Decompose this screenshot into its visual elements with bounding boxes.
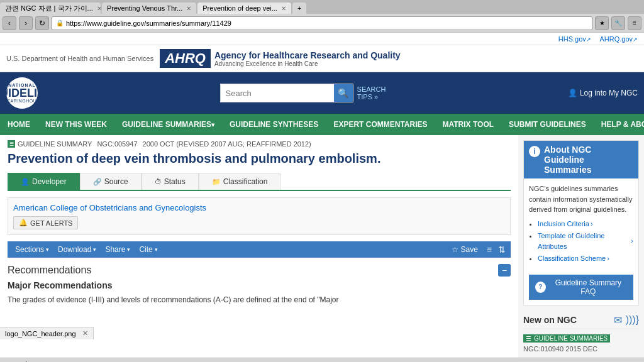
faq-icon: ? [535,282,546,293]
sidebar-links-list: Inclusion Criteria Template of Guideline… [529,219,633,264]
user-icon: 👤 [568,89,577,97]
inclusion-criteria-link[interactable]: Inclusion Criteria [538,219,633,229]
content-area: ☰ GUIDELINE SUMMARY NGC:005947 2000 OCT … [0,135,518,358]
collapse-button[interactable]: − [498,264,511,277]
browser-tab-3[interactable]: Prevention of deep vei... ✕ [197,3,291,14]
browser-chrome: 관련 NGC 자료 | 국가 가이... ✕ Preventing Venous… [0,0,644,33]
breadcrumb-type: GUIDELINE SUMMARY [18,140,92,148]
new-ngc-id: NGC:010940 2015 DEC [523,345,639,353]
new-ngc-title: New on NGC [523,315,577,325]
download-filename: logo_NGC_header.png [5,330,76,337]
sections-button[interactable]: Sections [13,244,52,255]
hhs-label: U.S. Department of Health and Human Serv… [6,55,153,62]
new-ngc-icons: ✉ )))} [614,314,639,326]
hhs-link[interactable]: HHS.gov [558,35,591,43]
tab-status[interactable]: ⏱ Status [142,173,199,190]
browser-tab-1[interactable]: 관련 NGC 자료 | 국가 가이... ✕ [0,3,101,14]
status-bar: www.ahrq.gov [0,358,644,363]
nav-expert-commentaries[interactable]: EXPERT COMMENTARIES [326,114,435,135]
status-icon: ⏱ [155,178,162,185]
nav-bar: HOME NEW THIS WEEK GUIDELINE SUMMARIES G… [0,114,644,135]
email-icon[interactable]: ✉ [614,314,622,326]
new-tab-button[interactable]: + [292,3,306,14]
secure-icon: 🔒 [56,19,64,26]
bookmark-button[interactable]: ★ [595,16,609,30]
download-button[interactable]: Download [55,244,99,255]
share-button[interactable]: Share [103,244,133,255]
nav-guideline-syntheses[interactable]: GUIDELINE SYNTHESES [222,114,326,135]
back-button[interactable]: ‹ [3,16,16,30]
ahrq-link[interactable]: AHRQ.gov [599,35,638,43]
tab-classification[interactable]: 📁 Classification [199,173,281,190]
breadcrumb: ☰ GUIDELINE SUMMARY NGC:005947 2000 OCT … [8,140,511,148]
tab-close-1[interactable]: ✕ [97,5,101,12]
cite-button[interactable]: Cite [136,244,160,255]
agency-name: Agency for Healthcare Research and Quali… [214,50,401,60]
tab-label-2: Preventing Venous Thr... [107,4,182,12]
developer-icon: 👤 [21,178,30,186]
ngc-summaries-card: i About NGC Guideline Summaries NGC's gu… [523,140,639,305]
page-content: HHS.gov AHRQ.gov U.S. Department of Heal… [0,33,644,358]
nav-submit-guidelines[interactable]: SUBMIT GUIDELINES [501,114,594,135]
ngc-logo: NATIONAL GUIDELINE CLEARINGHOUSE [6,77,38,109]
nav-help-about[interactable]: HELP & ABOUT [594,114,644,135]
tab-source[interactable]: 🔗 Source [80,173,142,190]
search-input[interactable] [221,84,334,102]
new-on-ngc: New on NGC ✉ )))} ☰ GUIDELINE SUMMARIES … [523,312,639,353]
recommendations-header: Recommendations − [8,264,511,277]
star-icon: ☆ [452,245,458,254]
forward-button[interactable]: › [19,16,33,30]
filter-icon[interactable]: ⇅ [498,244,506,255]
browser-tabs: 관련 NGC 자료 | 국가 가이... ✕ Preventing Venous… [0,0,644,14]
extensions-button[interactable]: 🔧 [611,16,625,30]
download-pill: logo_NGC_header.png ✕ [0,327,94,339]
ahrq-logo: AHRQ [160,49,211,68]
sidebar: i About NGC Guideline Summaries NGC's gu… [518,135,644,358]
tab-bar: 👤 Developer 🔗 Source ⏱ Status 📁 Classifi… [8,173,511,191]
page-title: Prevention of deep vein thrombosis and p… [8,150,511,167]
developer-org-link[interactable]: American College of Obstetricians and Gy… [13,203,505,212]
nav-matrix-tool[interactable]: MATRIX TOOL [435,114,502,135]
browser-nav-bar: ‹ › ↻ 🔒 https://www.guideline.gov/summar… [0,14,644,33]
ngc-clearinghouse-text: CLEARINGHOUSE [6,99,38,103]
get-alerts-button[interactable]: 🔔 GET ALERTS [13,216,78,229]
breadcrumb-icon: ☰ [8,140,15,148]
breadcrumb-date: 2000 OCT (REVISED 2007 AUG; REAFFIRMED 2… [143,140,311,148]
address-bar[interactable]: 🔒 https://www.guideline.gov/summaries/su… [52,16,592,30]
source-icon: 🔗 [93,178,102,186]
info-icon: i [529,146,540,157]
template-link[interactable]: Template of Guideline Attributes [538,231,633,251]
sidebar-card-header: i About NGC Guideline Summaries [524,141,638,178]
ngc-logo-icon: NATIONAL GUIDELINE CLEARINGHOUSE [6,77,38,109]
sidebar-card-body: NGC's guidelines summaries contain infor… [524,178,638,271]
search-button[interactable]: 🔍 [334,84,353,102]
new-ngc-badge: ☰ GUIDELINE SUMMARIES [523,334,610,343]
search-box: 🔍 [220,84,353,102]
tab-developer[interactable]: 👤 Developer [8,173,80,190]
save-button[interactable]: ☆ Save [449,244,480,255]
alerts-icon: 🔔 [19,219,28,227]
browser-tab-2[interactable]: Preventing Venous Thr... ✕ [102,3,196,14]
ngc-header: NATIONAL GUIDELINE CLEARINGHOUSE 🔍 SEARC… [0,72,644,114]
action-bar: Sections Download Share Cite ☆ Save ≡ ⇅ [8,241,511,258]
tab-close-2[interactable]: ✕ [186,5,191,12]
login-button[interactable]: 👤 Log into My NGC [568,89,638,97]
tab-close-3[interactable]: ✕ [281,5,286,12]
badge-icon: ☰ [526,335,531,342]
refresh-button[interactable]: ↻ [35,16,49,30]
download-pill-close[interactable]: ✕ [82,329,88,337]
classification-link[interactable]: Classification Scheme [538,253,633,264]
faq-button[interactable]: ? Guideline Summary FAQ [529,275,633,300]
search-area: 🔍 SEARCH TIPS » [220,84,386,102]
rss-icon[interactable]: )))} [626,314,639,326]
menu-button[interactable]: ≡ [628,16,641,30]
developer-section: American College of Obstetricians and Gy… [8,197,511,235]
nav-guideline-summaries[interactable]: GUIDELINE SUMMARIES [114,114,222,135]
major-rec-title: Major Recommendations [8,280,511,290]
nav-new-this-week[interactable]: NEW THIS WEEK [38,114,114,135]
rec-text: The grades of evidence (I-III) and level… [8,294,511,305]
list-icon[interactable]: ≡ [487,244,492,255]
breadcrumb-id: NGC:005947 [97,140,137,148]
search-tips[interactable]: SEARCH TIPS » [357,85,386,101]
nav-home[interactable]: HOME [0,114,38,135]
